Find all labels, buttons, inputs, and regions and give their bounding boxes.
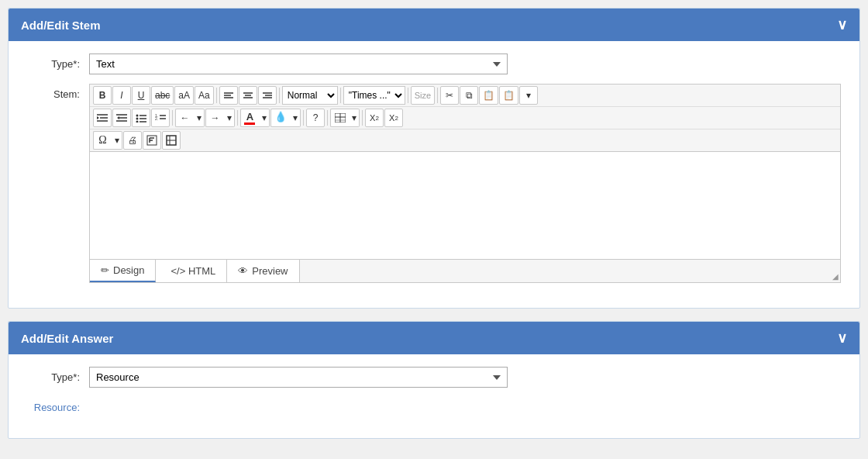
answer-resource-label: Resource: xyxy=(27,397,89,413)
stem-panel-header: Add/Edit Stem ∨ xyxy=(9,9,859,41)
toolbar-row-1: B I U abc aA Aa xyxy=(90,85,840,107)
design-icon: ✏ xyxy=(101,264,109,276)
table-arrow-button[interactable]: ▾ xyxy=(349,109,360,127)
strikethrough-button[interactable]: abc xyxy=(151,86,174,105)
more-button[interactable]: ▾ xyxy=(519,86,538,105)
cut-button[interactable]: ✂ xyxy=(440,86,459,105)
separator-1 xyxy=(216,88,217,103)
separator-5 xyxy=(437,88,438,103)
redo-group: → ▾ xyxy=(205,109,235,127)
stem-panel-title: Add/Edit Stem xyxy=(21,19,101,32)
answer-panel-title: Add/Edit Answer xyxy=(21,332,113,345)
subscript-button[interactable]: X2 xyxy=(365,109,384,127)
font-select-group: "Times ..." Arial xyxy=(343,86,405,105)
separator-7 xyxy=(237,110,238,126)
answer-panel: Add/Edit Answer ∨ Type*: Resource Text I… xyxy=(8,321,860,439)
preview-tab[interactable]: 👁 Preview xyxy=(227,260,299,282)
omega-arrow-button[interactable]: ▾ xyxy=(112,131,122,150)
stem-panel-body: Type*: Text Image Audio Stem: B I U xyxy=(9,41,859,308)
stem-editor-content[interactable] xyxy=(89,151,841,260)
stem-stem-label: Stem: xyxy=(27,84,89,100)
separator-4 xyxy=(408,88,408,103)
bold-button[interactable]: B xyxy=(93,86,112,105)
underline-button[interactable]: U xyxy=(132,86,150,105)
stem-type-row: Type*: Text Image Audio xyxy=(27,53,841,74)
answer-type-control: Resource Text Image xyxy=(89,367,841,388)
paste-button[interactable]: 📋 xyxy=(479,86,498,105)
answer-type-label: Type*: xyxy=(27,367,89,383)
answer-resource-row: Resource: xyxy=(27,397,841,413)
table-group: ▾ xyxy=(330,109,360,127)
paste-special-button[interactable]: 📋 xyxy=(499,86,518,105)
stem-type-control: Text Image Audio xyxy=(89,53,841,74)
stem-panel: Add/Edit Stem ∨ Type*: Text Image Audio … xyxy=(8,8,860,309)
answer-resource-link[interactable]: Resource: xyxy=(34,402,80,413)
bg-color-group: 💧 ▾ xyxy=(270,109,301,127)
answer-panel-body: Type*: Resource Text Image Resource: xyxy=(9,354,859,438)
border-button[interactable] xyxy=(162,131,181,150)
svg-text:2.: 2. xyxy=(155,116,158,121)
font-size-button[interactable]: Size xyxy=(411,86,435,105)
undo-group: ← ▾ xyxy=(175,109,205,127)
text-color-arrow-button[interactable]: ▾ xyxy=(259,109,270,127)
align-left-button[interactable] xyxy=(219,86,238,105)
separator-3 xyxy=(340,88,341,103)
undo-arrow-button[interactable]: ▾ xyxy=(194,109,205,127)
color-group: A ▾ xyxy=(240,109,270,127)
separator-10 xyxy=(362,110,363,126)
redo-button[interactable]: → xyxy=(205,109,224,127)
font-select[interactable]: "Times ..." Arial xyxy=(343,86,405,105)
stem-editor-row: Stem: B I U abc aA Aa xyxy=(27,84,841,283)
svg-point-17 xyxy=(136,121,139,123)
answer-type-row: Type*: Resource Text Image xyxy=(27,367,841,388)
print-button[interactable]: 🖨 xyxy=(123,131,142,150)
stem-type-select[interactable]: Text Image Audio xyxy=(89,53,508,74)
stem-type-label: Type*: xyxy=(27,53,89,70)
svg-point-15 xyxy=(136,115,139,117)
undo-button[interactable]: ← xyxy=(175,109,194,127)
answer-panel-chevron[interactable]: ∨ xyxy=(837,330,847,347)
style-select-group: Normal Heading 1 Heading 2 xyxy=(282,86,338,105)
omega-button[interactable]: Ω xyxy=(93,131,112,150)
copy-button[interactable]: ⧉ xyxy=(460,86,478,105)
omega-group: Ω ▾ xyxy=(93,131,122,150)
separator-6 xyxy=(172,110,173,126)
text-color-button[interactable]: A xyxy=(240,109,259,127)
indent-in-button[interactable] xyxy=(93,109,112,127)
bullet-list-button[interactable] xyxy=(132,109,150,127)
svg-point-16 xyxy=(136,118,139,120)
toolbar-row-2: 1.2. ← ▾ → ▾ xyxy=(90,107,840,129)
toolbar-row-3: Ω ▾ 🖨 xyxy=(90,129,840,151)
editor-footer: ✏ Design </> HTML 👁 Preview ◢ xyxy=(89,260,841,283)
indent-out-button[interactable] xyxy=(112,109,131,127)
stem-editor-wrap: B I U abc aA Aa xyxy=(89,84,841,283)
table-button[interactable] xyxy=(330,109,349,127)
special-char-button[interactable] xyxy=(143,131,161,150)
number-list-button[interactable]: 1.2. xyxy=(151,109,170,127)
caps-button[interactable]: Aa xyxy=(195,86,214,105)
italic-button[interactable]: I xyxy=(112,86,131,105)
superscript-button[interactable]: X2 xyxy=(384,109,403,127)
resize-corner: ◢ xyxy=(828,260,840,282)
style-select[interactable]: Normal Heading 1 Heading 2 xyxy=(282,86,338,105)
align-center-button[interactable] xyxy=(239,86,257,105)
answer-panel-header: Add/Edit Answer ∨ xyxy=(9,322,859,354)
stem-panel-chevron[interactable]: ∨ xyxy=(837,16,847,33)
design-tab[interactable]: ✏ Design xyxy=(90,260,156,282)
smaller-caps-button[interactable]: aA xyxy=(174,86,194,105)
html-tab[interactable]: </> HTML xyxy=(156,260,227,282)
redo-arrow-button[interactable]: ▾ xyxy=(224,109,235,127)
align-right-button[interactable] xyxy=(258,86,277,105)
bg-color-arrow-button[interactable]: ▾ xyxy=(290,109,301,127)
separator-9 xyxy=(327,110,328,126)
separator-8 xyxy=(303,110,304,126)
answer-type-select[interactable]: Resource Text Image xyxy=(89,367,508,388)
bg-color-button[interactable]: 💧 xyxy=(270,109,290,127)
separator-2 xyxy=(279,88,280,103)
help-button[interactable]: ? xyxy=(306,109,325,127)
preview-icon: 👁 xyxy=(238,265,248,277)
stem-toolbar: B I U abc aA Aa xyxy=(89,84,841,151)
